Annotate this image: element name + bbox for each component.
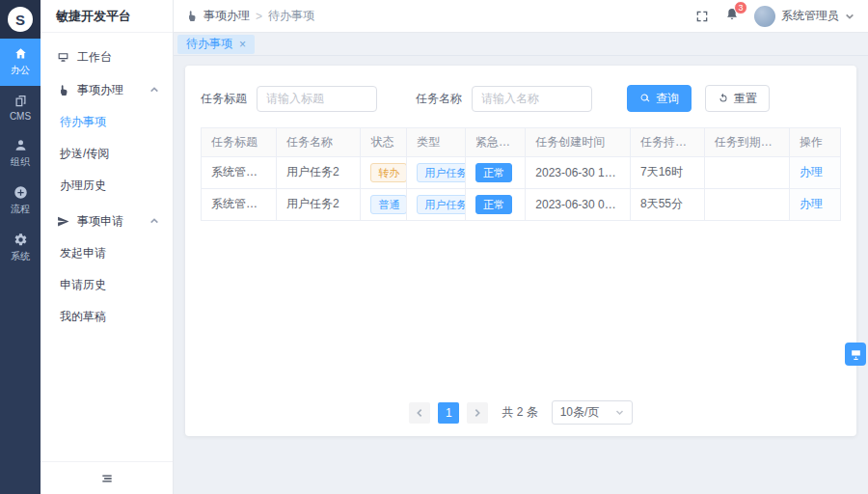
next-page-button[interactable] — [467, 402, 488, 424]
cell-duration: 7天16时 — [630, 156, 704, 188]
fullscreen-icon — [694, 9, 710, 24]
caret-down-icon — [615, 408, 624, 417]
task-name-input[interactable] — [472, 86, 592, 112]
close-icon[interactable]: × — [239, 39, 246, 50]
rail-item-office[interactable]: 办公 — [0, 39, 41, 86]
cell-task-title: 系统管理员... — [202, 188, 277, 220]
topbar-actions: 3 系统管理员 — [694, 6, 854, 27]
logo-icon: S — [8, 7, 33, 32]
cell-action: 办理 — [789, 156, 840, 188]
cell-created-time: 2023-06-30 18:17:16 — [526, 156, 631, 188]
content-area: 任务标题 任务名称 查询 重置 — [174, 56, 868, 494]
sidebar-item-todo[interactable]: 待办事项 — [41, 106, 173, 138]
cell-urgency: 正常 — [466, 188, 526, 220]
breadcrumb-root[interactable]: 事项办理 — [203, 8, 250, 24]
task-table: 任务标题 任务名称 状态 类型 紧急程度 任务创建时间 任务持续时间 任务到期时… — [201, 127, 841, 221]
chevron-up-icon — [149, 85, 159, 95]
pagination: 1 共 2 条 10条/页 — [185, 400, 856, 425]
table-row: 系统管理员... 用户任务2 转办 用户任务 正常 2023-06-30 18:… — [202, 156, 841, 188]
app-window: S 办公 CMS 组织 流程 系统 敏捷开发平台 工作台 — [0, 0, 868, 494]
sidebar-item-drafts[interactable]: 我的草稿 — [41, 301, 173, 333]
sidebar-menu: 工作台 事项办理 待办事项 抄送/传阅 办理历史 事项申请 发起申请 申请历史 … — [41, 33, 173, 333]
copy-icon — [14, 94, 28, 108]
type-badge: 用户任务 — [417, 163, 465, 182]
breadcrumb: 事项办理 > 待办事项 — [185, 8, 314, 24]
sidebar-item-history[interactable]: 办理历史 — [41, 170, 173, 202]
topbar: 事项办理 > 待办事项 3 系统管理员 — [174, 0, 868, 33]
cell-task-name: 用户任务2 — [277, 188, 361, 220]
reset-button[interactable]: 重置 — [705, 85, 770, 112]
handle-link[interactable]: 办理 — [800, 197, 823, 210]
handle-link[interactable]: 办理 — [800, 165, 823, 178]
table-row: 系统管理员... 用户任务2 普通 用户任务 正常 2023-06-30 09:… — [202, 188, 841, 220]
person-icon — [14, 138, 28, 152]
cell-type: 用户任务 — [407, 188, 466, 220]
cell-action: 办理 — [789, 188, 840, 220]
sidebar-footer — [41, 461, 173, 494]
column-header: 任务标题 — [202, 128, 277, 156]
prev-page-button[interactable] — [409, 402, 430, 424]
rail-item-system[interactable]: 系统 — [0, 225, 41, 272]
task-title-input[interactable] — [257, 86, 377, 112]
column-header: 任务创建时间 — [526, 128, 631, 156]
hand-icon — [185, 10, 198, 22]
icon-rail: S 办公 CMS 组织 流程 系统 — [0, 0, 41, 494]
quick-panel-button[interactable] — [845, 343, 866, 366]
cell-due-time — [704, 156, 789, 188]
rail-item-cms[interactable]: CMS — [0, 86, 41, 130]
sidebar-group-handling[interactable]: 事项办理 — [41, 73, 173, 106]
quick-panel-icon — [850, 348, 862, 361]
sidebar-item-start-apply[interactable]: 发起申请 — [41, 237, 173, 269]
main-region: 事项办理 > 待办事项 3 系统管理员 — [174, 0, 868, 494]
search-form: 任务标题 任务名称 查询 重置 — [201, 85, 841, 112]
chevron-down-icon — [845, 12, 854, 21]
tab-label: 待办事项 — [186, 36, 232, 52]
chevron-left-icon — [415, 408, 424, 418]
rail-item-label: 系统 — [11, 250, 30, 263]
flow-icon — [14, 185, 28, 200]
tab-todo[interactable]: 待办事项 × — [177, 35, 255, 54]
column-header: 状态 — [361, 128, 407, 156]
total-count: 共 2 条 — [502, 404, 537, 421]
cell-task-title: 系统管理员... — [202, 156, 277, 188]
status-badge: 普通 — [370, 195, 406, 214]
rail-item-org[interactable]: 组织 — [0, 130, 41, 178]
cell-task-name: 用户任务2 — [277, 156, 361, 188]
collapse-menu-icon[interactable] — [100, 472, 114, 485]
send-icon — [57, 215, 69, 228]
cell-due-time — [704, 188, 789, 220]
avatar — [754, 6, 775, 27]
column-header: 任务到期时间 — [704, 128, 789, 156]
fullscreen-button[interactable] — [694, 9, 710, 24]
task-title-field: 任务标题 — [201, 86, 377, 112]
breadcrumb-current: 待办事项 — [268, 8, 314, 24]
type-badge: 用户任务 — [417, 195, 465, 214]
column-header: 任务名称 — [277, 128, 361, 156]
page-number-button[interactable]: 1 — [438, 402, 459, 424]
user-menu[interactable]: 系统管理员 — [754, 6, 854, 27]
task-name-field: 任务名称 — [416, 86, 592, 112]
rail-item-flow[interactable]: 流程 — [0, 178, 41, 225]
status-badge: 转办 — [370, 163, 406, 182]
urgency-badge: 正常 — [475, 195, 512, 214]
page-size-select[interactable]: 10条/页 — [552, 400, 633, 425]
column-header: 操作 — [789, 128, 840, 156]
task-title-label: 任务标题 — [201, 91, 247, 107]
workbench-icon — [57, 51, 69, 64]
sidebar-group-label: 事项申请 — [77, 213, 123, 230]
sidebar-item-apply-history[interactable]: 申请历史 — [41, 269, 173, 301]
sidebar-item-workbench[interactable]: 工作台 — [41, 41, 173, 73]
sidebar-group-apply[interactable]: 事项申请 — [41, 205, 173, 237]
cell-created-time: 2023-06-30 09:22:19 — [526, 188, 631, 220]
cell-urgency: 正常 — [466, 156, 526, 188]
cell-status: 普通 — [361, 188, 407, 220]
reset-button-label: 重置 — [734, 91, 757, 107]
todo-panel: 任务标题 任务名称 查询 重置 — [185, 66, 856, 436]
sidebar-item-cc[interactable]: 抄送/传阅 — [41, 138, 173, 170]
query-button[interactable]: 查询 — [627, 85, 692, 112]
notifications-button[interactable]: 3 — [724, 7, 740, 25]
notification-badge: 3 — [734, 1, 747, 14]
rail-item-label: CMS — [10, 111, 31, 122]
tab-bar: 待办事项 × — [174, 33, 868, 56]
refresh-icon — [718, 93, 729, 104]
